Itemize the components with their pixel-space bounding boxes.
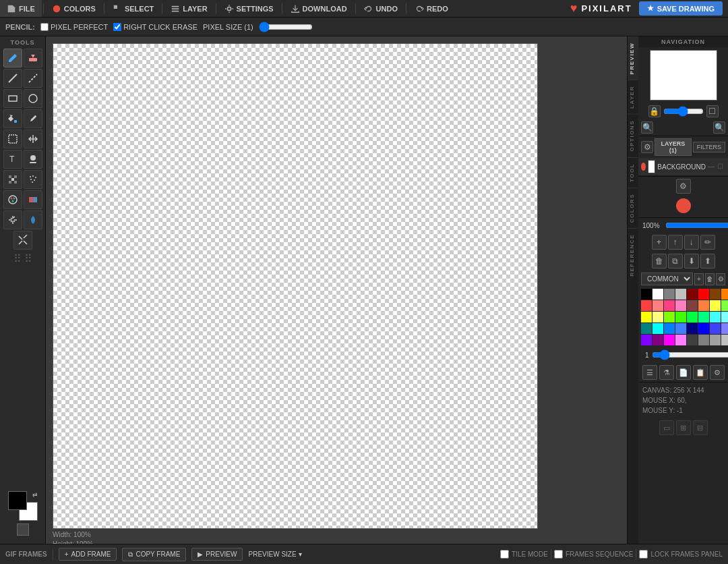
pixel-canvas[interactable] xyxy=(53,43,538,529)
nav-preview-canvas[interactable] xyxy=(650,50,717,101)
layer-lock-icon[interactable]: ☐ xyxy=(717,163,725,171)
pixel-perfect-input[interactable] xyxy=(40,23,49,31)
edit-color-btn[interactable]: ✏ xyxy=(700,235,715,250)
circle-tool[interactable] xyxy=(24,89,42,108)
color-cell[interactable] xyxy=(675,323,686,334)
text-tool[interactable]: T xyxy=(3,150,22,169)
color-cell[interactable] xyxy=(653,300,663,311)
side-tab-layer[interactable]: LAYER xyxy=(628,80,638,114)
side-tab-options[interactable]: OPTIONS xyxy=(628,114,638,157)
move-tool[interactable] xyxy=(24,130,42,148)
color-cell[interactable] xyxy=(687,289,698,300)
layers-tab-layers[interactable]: LAYERS (1) xyxy=(655,138,692,156)
add-color-btn[interactable]: + xyxy=(652,235,667,250)
color-cell[interactable] xyxy=(653,323,663,334)
foreground-color-swatch[interactable] xyxy=(8,491,27,510)
color-cell[interactable] xyxy=(664,300,675,311)
list-view-btn[interactable]: ☰ xyxy=(642,365,657,380)
down-btn[interactable]: ↓ xyxy=(684,235,699,250)
flask-btn[interactable]: ⚗ xyxy=(659,365,674,380)
save-drawing-button[interactable]: ★ SAVE DRAWING xyxy=(639,1,723,16)
nav-zoom-slider[interactable] xyxy=(663,106,704,117)
palette-add-btn[interactable]: + xyxy=(694,273,704,285)
menu-download[interactable]: DOWNLOAD xyxy=(284,0,354,17)
right-click-erase-checkbox[interactable]: RIGHT CLICK ERASE xyxy=(113,23,198,31)
side-tab-tool[interactable]: TOOL xyxy=(628,157,638,188)
color-cell[interactable] xyxy=(710,289,721,300)
color-cell[interactable] xyxy=(721,312,728,322)
color-cell[interactable] xyxy=(641,300,652,311)
menu-file[interactable]: FILE xyxy=(0,0,42,17)
eraser-tool[interactable] xyxy=(24,49,42,67)
color-cell[interactable] xyxy=(653,289,663,300)
frames-sequence-checkbox[interactable] xyxy=(554,550,563,559)
preview-button[interactable]: ▶ PREVIEW xyxy=(191,548,243,561)
color-picker-tool[interactable] xyxy=(24,109,42,128)
color-cell[interactable] xyxy=(698,289,709,300)
export-btn[interactable]: ⬆ xyxy=(700,254,715,269)
menu-select[interactable]: SELECT xyxy=(106,0,160,17)
stamp-tool[interactable] xyxy=(24,150,42,169)
color-mix-slider[interactable] xyxy=(652,349,728,360)
action-btn-1[interactable]: ▭ xyxy=(659,420,674,435)
file2-btn[interactable]: 📋 xyxy=(693,365,708,380)
copy-frame-button[interactable]: ⧉ COPY FRAME xyxy=(122,548,186,561)
side-tab-preview[interactable]: PREVIEW xyxy=(628,36,638,80)
pattern-tool[interactable] xyxy=(3,170,22,189)
palette-tool[interactable] xyxy=(3,190,22,209)
color-cell[interactable] xyxy=(721,335,728,345)
pan-tool[interactable] xyxy=(3,210,22,229)
color-cell[interactable] xyxy=(664,335,675,345)
import-btn[interactable]: ⬇ xyxy=(684,254,699,269)
color-cell[interactable] xyxy=(653,312,663,322)
right-click-erase-input[interactable] xyxy=(113,23,121,31)
action-btn-3[interactable]: ⊟ xyxy=(693,420,708,435)
color-cell[interactable] xyxy=(675,289,686,300)
opacity-slider[interactable] xyxy=(665,220,728,231)
dashed-line-tool[interactable] xyxy=(24,69,42,88)
line-tool[interactable] xyxy=(3,69,22,88)
color-cell[interactable] xyxy=(687,300,698,311)
color-cell[interactable] xyxy=(698,300,709,311)
color-cell[interactable] xyxy=(721,323,728,334)
color-cell[interactable] xyxy=(675,312,686,322)
canvas-area[interactable]: Width: 100% Height: 100% xyxy=(46,36,627,544)
tile-mode-checkbox[interactable] xyxy=(500,550,509,559)
lock-frames-checkbox[interactable] xyxy=(639,550,648,559)
pencil-tool[interactable] xyxy=(3,49,22,67)
color-cell[interactable] xyxy=(710,335,721,345)
color-cell[interactable] xyxy=(721,289,728,300)
color-cell[interactable] xyxy=(653,335,663,345)
settings2-btn[interactable]: ⚙ xyxy=(710,365,725,380)
color-cell[interactable] xyxy=(641,323,652,334)
layer-row-background[interactable]: BACKGROUND — ☐ xyxy=(638,158,728,176)
side-tab-colors[interactable]: COLORS xyxy=(628,188,638,228)
delete-color-btn[interactable]: 🗑 xyxy=(652,254,667,269)
palette-settings-btn[interactable]: ⚙ xyxy=(716,273,725,285)
pixel-size-slider[interactable] xyxy=(259,22,313,32)
palette-delete-btn[interactable]: 🗑 xyxy=(705,273,715,285)
filters-btn[interactable]: FILTERS xyxy=(693,142,725,152)
nav-checkbox[interactable]: ☐ xyxy=(706,105,719,117)
color-cell[interactable] xyxy=(641,312,652,322)
pixel-perfect-checkbox[interactable]: PIXEL PERFECT xyxy=(40,23,108,31)
color-cell[interactable] xyxy=(698,335,709,345)
color-cell[interactable] xyxy=(641,335,652,345)
color-cell[interactable] xyxy=(710,312,721,322)
color-cell[interactable] xyxy=(675,335,686,345)
transparent-color[interactable] xyxy=(17,524,29,536)
swap-colors-button[interactable]: ⇄ xyxy=(32,491,38,498)
layer-link-icon[interactable]: — xyxy=(708,163,716,171)
up-btn[interactable]: ↑ xyxy=(668,235,683,250)
color-cell[interactable] xyxy=(664,312,675,322)
action-btn-2[interactable]: ⊞ xyxy=(676,420,691,435)
color-cell[interactable] xyxy=(664,289,675,300)
color-cell[interactable] xyxy=(641,289,652,300)
menu-undo[interactable]: UNDO xyxy=(357,0,404,17)
spray-tool[interactable] xyxy=(24,170,42,189)
color-cell[interactable] xyxy=(710,300,721,311)
side-tab-reference[interactable]: REFERENCE xyxy=(628,228,638,282)
color-cell[interactable] xyxy=(698,323,709,334)
add-layer-btn[interactable]: ⚙ xyxy=(641,141,653,153)
color-cell[interactable] xyxy=(698,312,709,322)
